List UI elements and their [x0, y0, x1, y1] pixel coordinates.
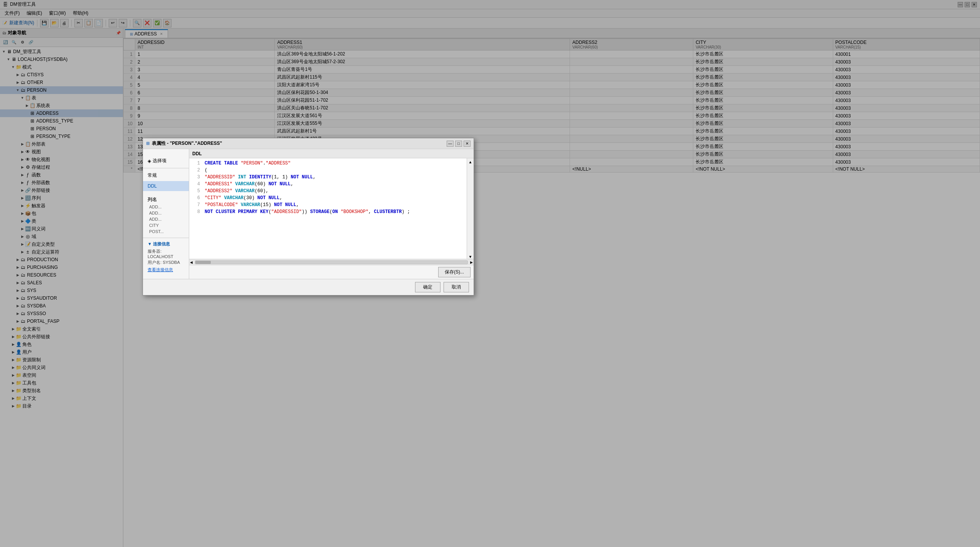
modal-nav-xuanxe[interactable]: ◈ 选择项	[143, 155, 189, 166]
hscroll-right-icon[interactable]: ▶	[469, 260, 474, 264]
save-row: 保存(S)...	[189, 265, 474, 279]
ddl-linenum: 8	[192, 208, 200, 215]
ddl-line-6: 6"CITY" VARCHAR(30) NOT NULL,	[189, 195, 467, 201]
modal-nav-ddl[interactable]: DDL	[143, 181, 189, 191]
ddl-linenum: 3	[192, 174, 200, 181]
modal-content: DDL 1CREATE TABLE "PERSON"."ADDRESS"2(3"…	[189, 149, 474, 279]
modal-title-bar: ⊞ 表属性 - "PERSON"."ADDRESS" — □ ✕	[143, 138, 474, 149]
ddl-line-5: 5"ADDRESS2" VARCHAR(60),	[189, 188, 467, 195]
ddl-code: "ADDRESS1" VARCHAR(60) NOT NULL,	[205, 181, 464, 188]
modal-col-1: ADD...	[143, 210, 189, 216]
modal-user-row: 用户名: SYSDBA	[148, 260, 184, 265]
modal-col-3: CITY	[143, 222, 189, 228]
vscroll-down-icon[interactable]: ▼	[469, 255, 472, 259]
modal-server-label: 服务器:	[148, 249, 161, 253]
modal-col-4: POST...	[143, 228, 189, 235]
modal-nav-icon: ◈	[148, 158, 151, 164]
ddl-linenum: 1	[192, 160, 200, 167]
modal-footer: 确定 取消	[143, 279, 474, 295]
modal-body: ◈ 选择项 常规 DDL 列名 ADD... ADD... ADD...	[143, 149, 474, 279]
vscroll-up-icon[interactable]: ▲	[469, 160, 472, 164]
modal-nav-label3: DDL	[148, 183, 157, 189]
ddl-linenum: 5	[192, 188, 200, 195]
modal-cols-header: 列名	[143, 196, 189, 204]
ddl-editor[interactable]: 1CREATE TABLE "PERSON"."ADDRESS"2(3"ADDR…	[189, 158, 467, 259]
ddl-linenum: 4	[192, 181, 200, 188]
modal-col-0: ADD...	[143, 204, 189, 210]
ddl-code: "POSTALCODE" VARCHAR(15) NOT NULL,	[205, 201, 464, 208]
modal-overlay: ⊞ 表属性 - "PERSON"."ADDRESS" — □ ✕ ◈ 选择项	[0, 0, 980, 547]
modal-col-2: ADD...	[143, 216, 189, 222]
ddl-line-1: 1CREATE TABLE "PERSON"."ADDRESS"	[189, 160, 467, 167]
modal-sidebar: ◈ 选择项 常规 DDL 列名 ADD... ADD... ADD...	[143, 149, 189, 279]
modal-conn-title: ▼ 连接信息	[148, 241, 184, 247]
modal-conn-info: ▼ 连接信息 服务器: LOCALHOST 用户名: SYSDBA 查看连接信息	[143, 238, 189, 276]
ddl-line-3: 3"ADDRESSID" INT IDENTITY(1, 1) NOT NULL…	[189, 174, 467, 181]
ddl-line-7: 7"POSTALCODE" VARCHAR(15) NOT NULL,	[189, 201, 467, 208]
modal-hscroll: ◀ ▶	[189, 259, 474, 265]
ddl-code: CREATE TABLE "PERSON"."ADDRESS"	[205, 160, 464, 167]
ddl-line-2: 2(	[189, 167, 467, 174]
modal-minimize-button[interactable]: —	[447, 141, 454, 147]
modal-title-text: 表属性 - "PERSON"."ADDRESS"	[152, 140, 222, 147]
modal-content-header: DDL	[189, 149, 474, 158]
modal-server-value: LOCALHOST	[148, 254, 173, 259]
modal-right-scrollbar: ▲ ▼	[467, 158, 474, 259]
modal-nav-label: 选择项	[153, 158, 166, 164]
ddl-linenum: 7	[192, 201, 200, 208]
modal-close-button[interactable]: ✕	[464, 141, 471, 147]
ddl-code: (	[205, 167, 464, 174]
modal-user-label: 用户名:	[148, 260, 161, 265]
modal-server-row: 服务器: LOCALHOST	[148, 248, 184, 259]
ddl-linenum: 2	[192, 167, 200, 174]
hscroll-thumb	[195, 261, 211, 264]
modal-maximize-button[interactable]: □	[455, 141, 462, 147]
ddl-code: "ADDRESSID" INT IDENTITY(1, 1) NOT NULL,	[205, 174, 464, 181]
ok-button[interactable]: 确定	[415, 282, 440, 292]
ddl-linenum: 6	[192, 195, 200, 201]
cancel-button[interactable]: 取消	[444, 282, 469, 292]
hscroll-left-icon[interactable]: ◀	[189, 260, 193, 264]
save-button[interactable]: 保存(S)...	[438, 267, 471, 277]
modal-user-value: SYSDBA	[163, 260, 180, 265]
modal-cols-section: 列名 ADD... ADD... ADD... CITY POST...	[143, 196, 189, 235]
hscroll-track[interactable]	[195, 260, 468, 264]
ddl-line-8: 8NOT CLUSTER PRIMARY KEY("ADDRESSID")) S…	[189, 208, 467, 215]
modal-title-icon: ⊞	[146, 141, 150, 146]
modal-view-conn-link[interactable]: 查看连接信息	[148, 267, 173, 272]
modal-nav-label2: 常规	[148, 172, 157, 179]
ddl-line-4: 4"ADDRESS1" VARCHAR(60) NOT NULL,	[189, 181, 467, 188]
modal-nav-normal[interactable]: 常规	[143, 170, 189, 181]
modal-nav-separator	[143, 168, 189, 168]
ddl-code: NOT CLUSTER PRIMARY KEY("ADDRESSID")) ST…	[205, 208, 464, 215]
ddl-code: "ADDRESS2" VARCHAR(60),	[205, 188, 464, 195]
modal-window: ⊞ 表属性 - "PERSON"."ADDRESS" — □ ✕ ◈ 选择项	[143, 138, 474, 295]
ddl-code: "CITY" VARCHAR(30) NOT NULL,	[205, 195, 464, 201]
